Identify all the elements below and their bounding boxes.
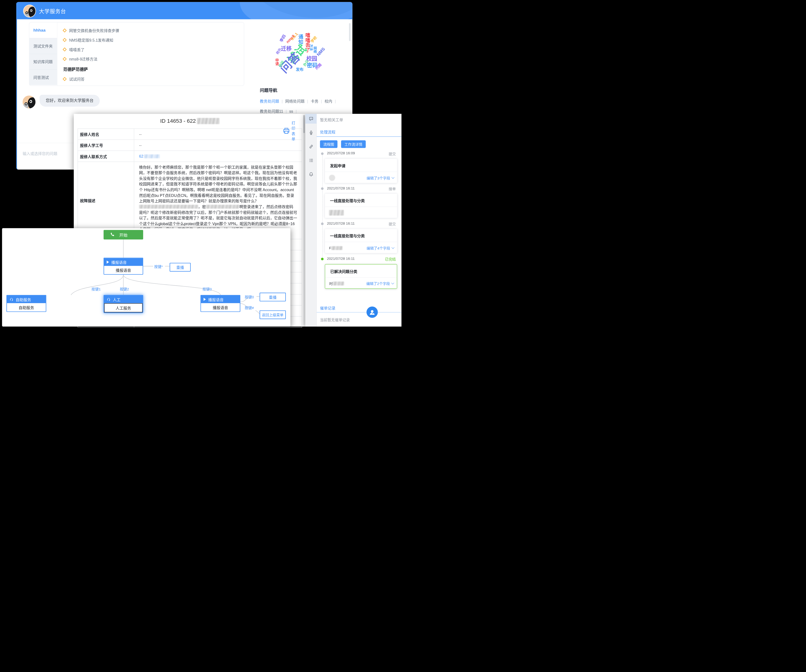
screen: 大学服务台 hhhaa 测试文件夹 知识库问题 问答测试 网管交换机备份失败排查… xyxy=(0,0,403,336)
timeline-card[interactable]: 一线直接处理与分类 xyxy=(325,194,397,218)
timeline-card-title: 一线直接处理与分类 xyxy=(325,194,397,203)
node-header-label: 自助服务 xyxy=(16,297,31,302)
branch-label-key0: 按键0 xyxy=(202,286,211,291)
nav-link[interactable]: 教务处问题 xyxy=(260,99,279,103)
field-label: 报修人联系方式 xyxy=(78,151,134,162)
nav-separator: | xyxy=(321,99,322,103)
nav-link[interactable]: 卡务 xyxy=(311,99,318,103)
chat-header: 大学服务台 xyxy=(17,2,352,19)
nav-separator: | xyxy=(335,99,336,103)
chevron-down-icon xyxy=(391,281,394,284)
kb-category-kb-question[interactable]: 知识库问题 xyxy=(29,54,57,69)
timeline-dot xyxy=(321,187,324,190)
flow-diagram-button[interactable]: 流程图 xyxy=(320,140,337,148)
timeline-card-resolved[interactable]: 已解决问题分类 时 编辑了2个字段 xyxy=(325,264,397,289)
kb-category-test-folder[interactable]: 测试文件夹 xyxy=(29,38,57,54)
kb-category-hhhaa[interactable]: hhhaa xyxy=(29,22,57,38)
timeline-card[interactable]: 发起申请 编辑了3个字段 xyxy=(325,159,397,183)
kb-category-qa-test[interactable]: 问答测试 xyxy=(29,69,57,85)
kb-article[interactable]: nms8-9迁移方法 xyxy=(63,54,244,64)
bell-icon[interactable] xyxy=(306,169,317,179)
diamond-bullet-icon xyxy=(63,47,67,51)
message-input[interactable]: 输入或选择您的问题 xyxy=(23,150,58,156)
phone-icon xyxy=(110,233,115,237)
branch-label-key0b: 按键0 xyxy=(244,294,254,299)
kb-article[interactable]: 网管交换机备份失败排查步骤 xyxy=(63,26,244,35)
reminder-divider xyxy=(317,312,401,312)
node-header-label: 播报语音 xyxy=(208,297,223,302)
welcome-message: 您好，欢迎来到大学服务台 xyxy=(40,95,99,106)
flow-start-node[interactable]: 开始 xyxy=(104,230,143,239)
timeline-card-title: 发起申请 xyxy=(325,159,397,168)
kb-article[interactable]: NMS稳定版9.5.1发布通知 xyxy=(63,35,244,45)
link-icon[interactable] xyxy=(306,142,317,152)
chat-scrollbar[interactable] xyxy=(349,23,350,85)
kb-article[interactable]: 嘻嘻丢了 xyxy=(63,45,244,54)
flow-start-label: 开始 xyxy=(119,231,127,238)
flow-voice-node[interactable]: 播报语音 播报语音 xyxy=(104,258,143,275)
timeline-action: 接单 xyxy=(389,186,396,191)
flow-selfservice-node[interactable]: 自助服务 自助服务 xyxy=(7,295,46,312)
wordcloud-word[interactable]: 网络 xyxy=(312,46,317,53)
workflow-detail-button[interactable]: 工作流详情 xyxy=(341,140,366,148)
headset-icon xyxy=(107,297,111,301)
field-value: -- xyxy=(134,140,302,150)
word-cloud: 李四 nms8 9.5.1 通知 嘻嘻丢了 学校 迁移 试试 校外 方法 网络 … xyxy=(272,31,341,76)
kb-article[interactable]: 试试问答 xyxy=(63,74,244,84)
timeline-action: 提交 xyxy=(389,221,396,226)
redacted-name xyxy=(331,246,342,250)
edited-fields-link[interactable]: 编辑了3个字段 xyxy=(367,175,394,180)
card-divider xyxy=(325,172,397,172)
customer-service-icon[interactable] xyxy=(367,307,378,318)
chevron-down-icon xyxy=(391,176,395,179)
process-flow-title[interactable]: 处理流程 xyxy=(320,129,335,135)
field-label: 报修人姓名 xyxy=(78,129,134,139)
flow-replay-box[interactable]: 重播 xyxy=(170,263,191,272)
wordcloud-word[interactable]: 发布 xyxy=(296,66,304,72)
kb-group-subheading: 范德萨范德萨 xyxy=(63,64,244,74)
question-nav-title: 问题导航 xyxy=(260,87,350,93)
wordcloud-word[interactable]: 李四 xyxy=(278,33,287,43)
reminder-empty-text: 当前暂无催单记录 xyxy=(320,317,350,322)
diamond-bullet-icon xyxy=(63,77,67,81)
edited-fields-link[interactable]: 编辑了2个字段 xyxy=(367,281,394,286)
flow-manual-node-selected[interactable]: 人工 人工服务 xyxy=(104,295,143,313)
kb-category-list: hhhaa 测试文件夹 知识库问题 问答测试 xyxy=(29,22,57,86)
timeline-action: 提交 xyxy=(389,151,396,156)
handler-name: 时 xyxy=(329,281,333,286)
flow-voice-node-2[interactable]: 播报语音 播报语音 xyxy=(201,295,240,312)
bot-avatar xyxy=(23,96,36,109)
table-row: 报修人联系方式 62 xyxy=(78,151,302,162)
timeline-card[interactable]: 一线直接处理与分类 F 编辑了4个字段 xyxy=(325,229,397,253)
card-divider xyxy=(325,242,397,242)
flow-replay-box-2[interactable]: 重播 xyxy=(260,292,286,301)
nav-separator: | xyxy=(307,99,308,103)
nav-link[interactable]: 教务处问题11 xyxy=(260,109,283,113)
card-divider xyxy=(325,277,397,277)
ticket-id: ID 14653 - 622 xyxy=(160,118,196,124)
flow-back-menu-box[interactable]: 返回上级菜单 xyxy=(260,310,286,319)
nav-link[interactable]: 校内 xyxy=(324,99,332,103)
form-scrollbar[interactable] xyxy=(303,115,305,325)
nav-link[interactable]: ss xyxy=(289,109,293,113)
ivr-flowchart-window: 开始 播报语音 播报语音 按键* 重播 按键1 按键2 按键0 自助服务 自助服… xyxy=(2,228,291,327)
chat-tab-icon[interactable] xyxy=(306,114,317,124)
desc-text: 唤你好。那个老师麻烦您，那个我是那个那个呃一个职工的家属，就是在家里头登那个校园… xyxy=(139,165,297,203)
contact-link[interactable]: 62 xyxy=(139,154,143,159)
fault-description: 唤你好。那个老师麻烦您，那个我是那个那个呃一个职工的家属，就是在家里头登那个校园… xyxy=(134,162,302,239)
timeline-dot xyxy=(321,152,324,155)
nav-separator: | xyxy=(282,99,282,103)
list-icon[interactable] xyxy=(306,155,317,165)
node-body-label: 播报语音 xyxy=(201,303,240,311)
edited-fields-link[interactable]: 编辑了4个字段 xyxy=(367,246,394,251)
timeline-dot-done xyxy=(321,258,324,260)
field-value: 62 xyxy=(134,151,302,162)
field-label: 故障描述 xyxy=(78,162,134,239)
timeline-time: 2021/07/28 16:09 xyxy=(327,151,355,155)
nav-link[interactable]: 网络处问题 xyxy=(285,99,305,103)
reminder-records-title[interactable]: 催单记录 xyxy=(320,305,335,311)
redacted-name xyxy=(333,282,344,286)
diamond-bullet-icon xyxy=(63,38,67,42)
node-header-label: 播报语音 xyxy=(111,259,127,265)
microphone-icon[interactable] xyxy=(306,128,317,137)
